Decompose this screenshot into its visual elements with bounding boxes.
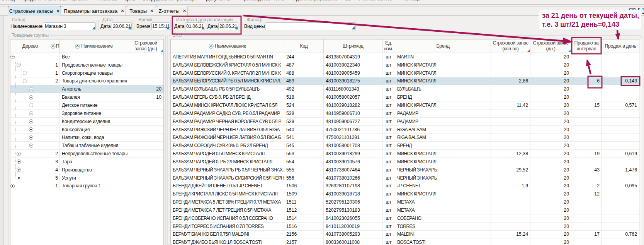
expand-icon[interactable] — [29, 135, 33, 140]
tab-3[interactable]: Товары× — [127, 6, 156, 15]
column-header-code[interactable]: Код — [284, 39, 324, 53]
combo-dropdown-icon[interactable] — [201, 26, 204, 29]
menu-item[interactable]: Розничная торговля — [45, 0, 88, 2]
column-header-unit[interactable]: Ед.изм. — [382, 39, 395, 53]
sku-row[interactable]: БАЛЬЗАМ РАДАМИР ЧЕРНАЯ КОРОЛЕВА СУВ 0.5Л… — [171, 118, 639, 126]
menu-item[interactable]: 1С — [345, 0, 351, 2]
sku-row[interactable]: ВЕРМУТ ДЖИБО БЬЯНКО 1Л BOSCA TOSTI215780… — [171, 238, 639, 245]
sku-row[interactable]: БРЕНДИ ТОРРЕС 5 ИСПАНИЯ 0.7Л TORRES15168… — [171, 223, 639, 231]
interval-date-to-combobox[interactable]: 28.06.21 — [218, 22, 238, 30]
menu-item[interactable]: ? — [422, 0, 425, 2]
tree-row[interactable]: 1Скоропортящие товары — [10, 69, 163, 77]
expand-icon[interactable] — [29, 87, 33, 91]
combo-dropdown-icon[interactable] — [234, 26, 238, 29]
sku-row[interactable]: БАЛЬЗАМ ЧАРОДЕЙ 0. РБ 2Л МИНСК КРИСТАЛЛ5… — [171, 158, 639, 166]
column-header-sold-interval[interactable]: Продано заинтервал — [571, 39, 602, 53]
menu-item[interactable]: Помощь — [403, 0, 420, 2]
tab-close-icon[interactable]: × — [150, 9, 153, 13]
tab-1[interactable]: Страховые запасы× — [8, 6, 61, 16]
column-header-stock-days[interactable]: Страховой запас (дн.) — [128, 39, 163, 53]
tree-row[interactable]: 2Товары длительного хранения — [10, 77, 163, 86]
sku-row[interactable]: БАЛЬЗАМ ЧЕРНЫЙ ЗНАХАРЬ РБ 0.5Л ЧЕРНЫЙ ЗН… — [171, 166, 639, 174]
menu-item[interactable]: Продажи — [22, 0, 41, 2]
tree-row[interactable]: Консервация — [10, 126, 163, 134]
sku-row[interactable]: БАЛЬЗАМ РИЖСКИЙ ЧЕРН.КЕР. ЛАТВИЯ 0.5Л RI… — [171, 134, 639, 142]
menu-item[interactable]: Транспорт — [175, 0, 197, 2]
tree-row[interactable]: Детское питание — [10, 101, 163, 110]
menu-item[interactable]: Производство — [240, 0, 270, 2]
tree-row[interactable]: 1Товарная группа 1 — [10, 182, 163, 190]
expand-icon[interactable] — [17, 152, 21, 156]
column-header-name[interactable]: Наименование — [60, 39, 128, 53]
sku-scrollbar-track[interactable] — [639, 39, 642, 245]
price-type-combobox[interactable] — [265, 22, 355, 30]
combo-dropdown-icon[interactable] — [92, 26, 95, 29]
expand-icon[interactable] — [17, 168, 21, 172]
collapse-icon[interactable] — [17, 63, 21, 67]
expand-icon[interactable] — [23, 71, 27, 75]
menu-item[interactable]: Учетная запись — [359, 0, 392, 2]
sku-row[interactable]: БАЛЬЗАМ БЕЛОРУССКИЙ РБ 0.5Л МИНСК КРИСТА… — [171, 77, 639, 86]
sku-row[interactable]: БАЛЬЗАМ РИЖСКИЙ ЧЕРН.КЕР. ЛАТВИЯ 0.35Л R… — [171, 126, 639, 134]
sku-row[interactable]: БАЛЬЗАМ БУЛЬБАШЪ РБ 0.5Л БУЛЬБАШЪ4924811… — [171, 85, 639, 93]
tab-close-icon[interactable]: × — [183, 9, 186, 13]
interval-date-from-combobox[interactable]: 01.06.21 — [185, 22, 205, 30]
expand-icon[interactable] — [10, 184, 15, 188]
expand-icon[interactable] — [29, 111, 33, 115]
combo-dropdown-icon[interactable] — [166, 26, 169, 29]
menu-item[interactable]: Оборудование — [142, 0, 174, 2]
column-header-sku-name[interactable]: Наименование — [171, 39, 284, 53]
menu-item[interactable]: Документы — [206, 0, 230, 2]
column-header-stock-days[interactable]: Страховой запас(дн.) — [530, 39, 571, 53]
sku-row[interactable]: БРЕНДИ МЕТАКСА 7 ЛЕТ ГРЕЦИЯ 0.5Л МЕТАХА1… — [171, 206, 639, 214]
sku-row[interactable]: БРЕНДИ СОБЕРАНО ИСПАНИЯ 0.5Л СОБЕРАНО151… — [171, 214, 639, 223]
sku-row[interactable]: БАЛЬЗАМ ЧЕРНЫЙ ЗНАХАРЬ СИБИРСКИЙ 0.5Л ЧЕ… — [171, 174, 639, 182]
sku-row[interactable]: АПЕРИТИВ МАРТИН ГОЛД БЬЯНКО 0.5Л MARTIN2… — [171, 53, 639, 61]
column-header-tree[interactable]: Дерево — [10, 39, 50, 53]
column-header-stock-qty[interactable]: Страховой запас(кол-во) — [491, 39, 530, 53]
menu-item[interactable]: Склад — [1, 0, 15, 2]
tree-row[interactable]: Табак и табачные изделия — [10, 142, 163, 150]
tree-row[interactable]: 3Тара — [10, 158, 163, 166]
tree-row[interactable]: Кондитерские изделия — [10, 118, 163, 126]
warehouse-name-combobox[interactable]: Магазин 3 — [43, 22, 96, 30]
combo-dropdown-icon[interactable] — [352, 26, 355, 29]
menu-item[interactable]: Анализы — [98, 0, 117, 2]
tree-row[interactable]: 4Производство — [10, 166, 163, 174]
expand-icon[interactable] — [29, 119, 33, 123]
tree-row[interactable]: 5Услуги — [10, 174, 163, 182]
menu-item[interactable]: Администрирование — [293, 0, 337, 2]
sku-row[interactable]: БАЛЬЗАМ БЕЛОВЕЖСКИЙ КРИСТАЛЛ 0.5Л МИНСК … — [171, 61, 639, 69]
time-combobox[interactable]: 15:15:11 — [151, 22, 170, 30]
expand-icon[interactable] — [29, 127, 33, 132]
sku-row[interactable]: БРЕНДИ МЕТАКСА 5 ЛЕТ 38% ГРЕЦИЯ 0.7Л МЕТ… — [171, 198, 639, 206]
column-header-barcode[interactable]: Штрихкод — [324, 39, 382, 53]
tree-row[interactable]: 2Непродовольственные товары — [10, 150, 163, 158]
collapse-icon[interactable] — [10, 55, 15, 59]
tree-row[interactable]: Бакалея10 — [10, 93, 163, 101]
date-combobox[interactable]: 28.06.21 — [112, 22, 132, 30]
tree-row[interactable]: Здоровое питание — [10, 110, 163, 118]
sku-row[interactable]: БАЛЬЗАМ МИНСК КРИСТАЛЛ ЛЮКС КРИСТАЛ 0.5Л… — [171, 101, 639, 110]
sku-row[interactable]: БАЛЬЗАМ ЕГЕРЬ СУВ.0. РБ 2Л БРЕНД51848100… — [171, 93, 639, 101]
collapse-icon[interactable] — [23, 79, 27, 83]
tree-row[interactable]: Алкоголь20 — [10, 85, 163, 93]
sku-row[interactable]: БРЕНДИ ДЖЕЙ ПИ ШЕНЕТ 0.5Л JP CHENET15063… — [171, 182, 639, 190]
tab-2[interactable]: Параметры автозаказа× — [62, 6, 126, 15]
panel-splitter[interactable] — [167, 35, 168, 245]
expand-icon[interactable] — [17, 159, 21, 164]
tab-close-icon[interactable]: × — [57, 9, 60, 13]
menu-item[interactable]: Цены — [124, 0, 136, 2]
combo-dropdown-icon[interactable] — [128, 26, 131, 29]
tab-close-icon[interactable]: × — [121, 9, 124, 13]
sku-row[interactable]: БАЛЬЗАМ БЕЛОРУССКИЙ 0. КРИСТАЛЛ 2Л МИНСК… — [171, 69, 639, 77]
column-header-brand[interactable]: Бренд — [395, 39, 491, 53]
column-header-num[interactable]: П — [50, 39, 60, 53]
sku-row[interactable]: ВЕРМУТ БИАНКО БЕЛ 0.75Л MALDINI215648107… — [171, 231, 639, 239]
tree-row[interactable]: Все — [10, 53, 163, 61]
sku-row[interactable]: БАЛЬЗАМ РАДАМИР САДКО СУВ. РБ 0.5Л РАДАМ… — [171, 110, 639, 118]
sku-row[interactable]: БРЕНДИ КРИСТАЛЛ ЛЮКС 0.5Л МИНСК КРИСТАЛЛ… — [171, 190, 639, 198]
tree-row[interactable]: Напитки, соки, вода — [10, 134, 163, 142]
tree-row[interactable]: 1Продовольственные товары — [10, 61, 163, 69]
expand-icon[interactable] — [29, 95, 33, 99]
